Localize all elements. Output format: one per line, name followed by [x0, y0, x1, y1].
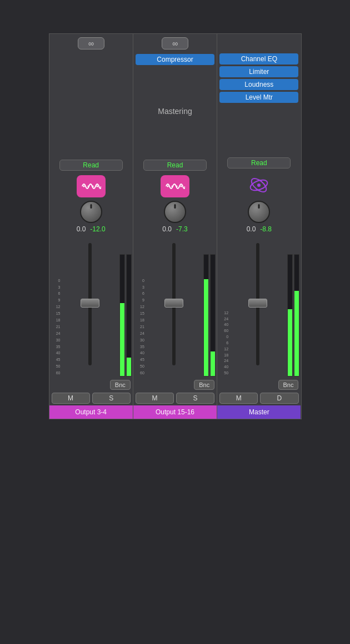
- meter-area-2: [203, 243, 216, 377]
- read-button-1[interactable]: Read: [59, 160, 123, 171]
- value-pan-3: 0.0: [247, 225, 256, 233]
- fader-thumb-3[interactable]: [248, 299, 267, 308]
- meter-area-3: [287, 243, 299, 377]
- value-pan-2: 0.0: [162, 225, 172, 233]
- fader-track-area-3: [229, 243, 286, 377]
- waveform-icon-box-2: [161, 175, 189, 197]
- meter-fill-right-1: [127, 358, 131, 376]
- orbit-icon-box: [244, 173, 273, 197]
- bounce-button-1[interactable]: Bnc: [110, 380, 131, 390]
- pan-knob-1[interactable]: [80, 201, 102, 223]
- plugins-area-2: Compressor Mastering: [133, 52, 217, 157]
- solo-button-1[interactable]: S: [92, 393, 131, 404]
- meter-fill-right-2: [211, 351, 215, 376]
- channel-eq-plugin-button[interactable]: Channel EQ: [219, 53, 298, 65]
- solo-button-2[interactable]: S: [176, 393, 214, 404]
- plugins-area-3: Channel EQ Limiter Loudness Level Mtr: [217, 51, 301, 105]
- loudness-plugin-button[interactable]: Loudness: [219, 79, 298, 90]
- mute-button-2[interactable]: M: [136, 393, 174, 404]
- dim-button-3[interactable]: D: [260, 393, 298, 404]
- fader-section-2: 0 3 6 9 12 15 18 21 24 30 35 40 45 50 60: [133, 234, 217, 379]
- mute-button-1[interactable]: M: [52, 393, 90, 404]
- svg-point-4: [167, 186, 168, 187]
- fader-track-area-2: [146, 243, 202, 377]
- value-volume-3: -8.8: [260, 225, 272, 233]
- read-button-3[interactable]: Read: [227, 157, 291, 169]
- waveform-icon-box-1: [77, 175, 106, 197]
- meter-bar-right-2: [210, 254, 216, 377]
- instrument-row-3: [217, 171, 301, 200]
- msd-row-3: M D: [217, 391, 301, 405]
- fader-section-1: 0 3 6 9 12 15 18 21 24 30 35 40 45 50 60: [49, 234, 133, 379]
- fader-track-area-1: [62, 243, 118, 377]
- read-row-2: Read: [133, 157, 217, 173]
- meter-fill-right-3: [294, 291, 299, 376]
- svg-point-7: [180, 186, 182, 187]
- mixer-container: ∞ Read 0.0 -12.0: [49, 33, 302, 419]
- values-row-3: 0.0 -8.8: [217, 224, 301, 234]
- meter-fill-left-3: [288, 309, 292, 376]
- link-button-2[interactable]: ∞: [162, 37, 188, 49]
- bnc-row-1: Bnc: [49, 379, 133, 391]
- bounce-button-3[interactable]: Bnc: [278, 380, 299, 390]
- bnc-row-3: Bnc: [217, 379, 301, 391]
- meter-bar-right-3: [294, 254, 299, 377]
- compressor-plugin-button[interactable]: Compressor: [136, 54, 214, 65]
- svg-point-3: [96, 186, 98, 187]
- channel-output-3-4: ∞ Read 0.0 -12.0: [49, 34, 133, 419]
- values-row-1: 0.0 -12.0: [49, 224, 133, 234]
- fader-scale-1: 0 3 6 9 12 15 18 21 24 30 35 40 45 50 60: [51, 276, 61, 377]
- fader-scale-3: 12 24 40 60 0 6 12 18 24 40 50: [218, 309, 228, 377]
- spacer-master: [217, 105, 301, 155]
- value-pan-1: 0.0: [77, 225, 86, 233]
- knob-row-2: [133, 200, 217, 224]
- link-row-1: ∞: [49, 34, 133, 52]
- level-mtr-plugin-button[interactable]: Level Mtr: [219, 92, 298, 103]
- meter-bar-right-1: [126, 254, 132, 377]
- instrument-row-1: [49, 173, 133, 200]
- fader-track-2[interactable]: [172, 243, 176, 365]
- svg-point-2: [92, 186, 93, 187]
- value-volume-1: -12.0: [90, 225, 105, 233]
- fader-scale-2: 0 3 6 9 12 15 18 21 24 30 35 40 45 50 60: [134, 276, 144, 377]
- plugins-area-1: [49, 52, 133, 157]
- channel-output-15-16: ∞ Compressor Mastering Read: [133, 34, 217, 419]
- orbit-icon: [248, 175, 269, 196]
- pan-knob-2[interactable]: [164, 201, 186, 223]
- limiter-plugin-button[interactable]: Limiter: [219, 66, 298, 77]
- svg-point-6: [176, 186, 177, 187]
- bnc-row-2: Bnc: [133, 379, 217, 391]
- mastering-label: Mastering: [136, 67, 214, 155]
- mute-button-3[interactable]: M: [219, 393, 258, 404]
- fader-thumb-1[interactable]: [81, 299, 99, 308]
- link-icon-1: ∞: [88, 39, 94, 48]
- meter-fill-left-2: [204, 279, 208, 376]
- fader-section-3: 12 24 40 60 0 6 12 18 24 40 50: [217, 234, 301, 379]
- svg-point-10: [257, 184, 261, 187]
- bounce-button-2[interactable]: Bnc: [194, 380, 214, 390]
- channel-label-1: Output 3-4: [49, 405, 133, 419]
- instrument-row-2: [133, 173, 217, 200]
- fader-track-1[interactable]: [88, 243, 92, 365]
- fader-thumb-2[interactable]: [164, 299, 183, 308]
- waveform-icon-2: [165, 179, 185, 194]
- link-row-2: ∞: [133, 34, 217, 52]
- knob-row-1: [49, 200, 133, 224]
- read-button-2[interactable]: Read: [143, 160, 207, 171]
- values-row-2: 0.0 -7.3: [133, 224, 217, 234]
- link-button-1[interactable]: ∞: [78, 37, 104, 49]
- svg-point-5: [171, 186, 173, 187]
- link-icon-2: ∞: [172, 39, 178, 48]
- pan-knob-3[interactable]: [248, 201, 270, 223]
- svg-point-0: [83, 186, 84, 187]
- waveform-icon-1: [81, 179, 101, 194]
- value-volume-2: -7.3: [176, 225, 188, 233]
- meter-area-1: [119, 243, 132, 377]
- channel-label-3: Master: [217, 405, 301, 419]
- read-row-3: Read: [217, 155, 301, 171]
- knob-row-3: [217, 200, 301, 224]
- meter-bar-left-1: [119, 254, 125, 377]
- fader-track-3[interactable]: [256, 243, 259, 365]
- svg-point-1: [87, 186, 89, 187]
- read-row-1: Read: [49, 157, 133, 173]
